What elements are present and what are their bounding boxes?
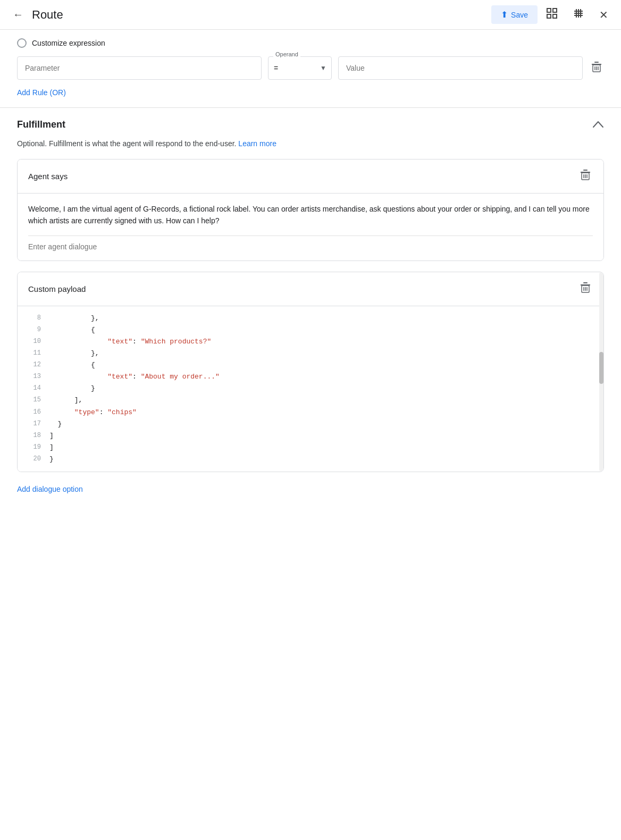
line-content: }, xyxy=(49,313,99,324)
agent-says-body: Welcome, I am the virtual agent of G-Rec… xyxy=(18,194,603,261)
line-number: 8 xyxy=(22,313,41,323)
line-number: 18 xyxy=(22,430,41,441)
radio-button-circle[interactable] xyxy=(17,38,27,48)
back-icon: ← xyxy=(13,9,23,21)
trash-icon xyxy=(591,61,602,75)
page-title: Route xyxy=(32,8,485,22)
svg-rect-1 xyxy=(553,9,557,12)
trash-icon xyxy=(580,169,591,183)
line-number: 9 xyxy=(22,324,41,335)
svg-rect-11 xyxy=(594,62,599,63)
code-line: 13 "text": "About my order..." xyxy=(18,371,603,383)
line-content: "type": "chips" xyxy=(49,407,137,418)
trash-icon xyxy=(580,282,591,296)
line-content: } xyxy=(49,383,95,394)
customize-expression-label: Customize expression xyxy=(32,39,105,47)
line-number: 20 xyxy=(22,453,41,464)
chevron-up-icon xyxy=(592,119,604,130)
code-line: 18] xyxy=(18,430,603,442)
close-button[interactable]: ✕ xyxy=(597,6,610,23)
save-label: Save xyxy=(511,11,528,19)
svg-rect-3 xyxy=(553,14,557,18)
code-line: 9 { xyxy=(18,324,603,336)
fulfillment-description-text: Optional. Fulfillment is what the agent … xyxy=(17,139,236,148)
customize-radio-row: Customize expression xyxy=(17,38,604,48)
custom-payload-header: Custom payload xyxy=(18,272,603,306)
agent-says-card: Agent says Welcome, I am the virtual age… xyxy=(17,159,604,261)
svg-rect-2 xyxy=(547,14,551,18)
line-number: 12 xyxy=(22,359,41,370)
line-content: }, xyxy=(49,348,99,359)
fulfillment-section: Fulfillment Optional. Fulfillment is wha… xyxy=(0,108,621,504)
code-line: 12 { xyxy=(18,359,603,371)
line-number: 10 xyxy=(22,336,41,347)
line-number: 19 xyxy=(22,442,41,452)
line-content: { xyxy=(49,324,95,336)
line-content: ] xyxy=(49,442,54,453)
line-number: 15 xyxy=(22,394,41,405)
svg-rect-23 xyxy=(583,282,588,283)
line-number: 16 xyxy=(22,407,41,417)
agent-says-card-header: Agent says xyxy=(18,159,603,194)
back-button[interactable]: ← xyxy=(11,6,26,23)
operand-group: Operand = != < > <= >= ▼ xyxy=(268,56,332,80)
fulfillment-title: Fulfillment xyxy=(17,119,65,130)
agent-dialogue-input[interactable] xyxy=(28,236,593,251)
scrollbar[interactable] xyxy=(599,272,603,472)
grid-button[interactable] xyxy=(570,5,586,24)
code-line: 10 "text": "Which products?" xyxy=(18,336,603,348)
agent-says-title: Agent says xyxy=(28,172,68,181)
add-dialogue-option-button[interactable]: Add dialogue option xyxy=(17,485,83,493)
custom-payload-card: Custom payload 8 },9 {10 xyxy=(17,272,604,472)
svg-rect-0 xyxy=(547,9,551,12)
line-content: "text": "Which products?" xyxy=(49,336,211,348)
line-number: 14 xyxy=(22,383,41,393)
operand-label: Operand xyxy=(273,51,300,57)
save-button[interactable]: ⬆ Save xyxy=(491,5,538,24)
code-line: 8 }, xyxy=(18,313,603,324)
delete-agent-says-button[interactable] xyxy=(578,167,593,186)
line-content: ], xyxy=(49,394,82,406)
scrollbar-thumb xyxy=(599,352,603,384)
line-content: { xyxy=(49,359,95,371)
expand-icon xyxy=(546,11,558,21)
save-upload-icon: ⬆ xyxy=(501,10,508,20)
customize-expression-section: Customize expression Operand = != < > <=… xyxy=(0,30,621,108)
grid-icon xyxy=(573,11,584,21)
parameter-row: Operand = != < > <= >= ▼ xyxy=(17,56,604,80)
code-line: 15 ], xyxy=(18,394,603,406)
operand-select[interactable]: = != < > <= >= xyxy=(268,56,332,80)
fulfillment-header: Fulfillment xyxy=(17,119,604,131)
line-content: ] xyxy=(49,430,54,442)
code-line: 11 }, xyxy=(18,348,603,359)
line-content: } xyxy=(49,418,62,430)
parameter-input[interactable] xyxy=(17,56,262,80)
code-editor[interactable]: 8 },9 {10 "text": "Which products?"11 },… xyxy=(18,306,603,472)
line-number: 17 xyxy=(22,418,41,429)
header: ← Route ⬆ Save xyxy=(0,0,621,30)
delete-rule-button[interactable] xyxy=(589,59,604,78)
line-content: } xyxy=(49,453,54,465)
delete-custom-payload-button[interactable] xyxy=(578,280,593,298)
expand-button[interactable] xyxy=(544,5,560,24)
collapse-button[interactable] xyxy=(592,119,604,131)
code-line: 19] xyxy=(18,442,603,453)
code-line: 14 } xyxy=(18,383,603,394)
agent-dialogue-text: Welcome, I am the virtual agent of G-Rec… xyxy=(28,203,593,227)
line-number: 13 xyxy=(22,371,41,382)
learn-more-link[interactable]: Learn more xyxy=(238,139,276,148)
value-input[interactable] xyxy=(338,56,583,80)
line-content: "text": "About my order..." xyxy=(49,371,220,383)
header-actions: ✕ xyxy=(544,5,610,24)
close-icon: ✕ xyxy=(599,9,608,21)
custom-payload-title: Custom payload xyxy=(28,284,86,293)
fulfillment-description: Optional. Fulfillment is what the agent … xyxy=(17,138,604,149)
svg-rect-17 xyxy=(583,170,588,171)
code-line: 16 "type": "chips" xyxy=(18,407,603,418)
add-rule-button[interactable]: Add Rule (OR) xyxy=(17,88,66,97)
code-line: 20} xyxy=(18,453,603,465)
code-line: 17 } xyxy=(18,418,603,430)
line-number: 11 xyxy=(22,348,41,358)
